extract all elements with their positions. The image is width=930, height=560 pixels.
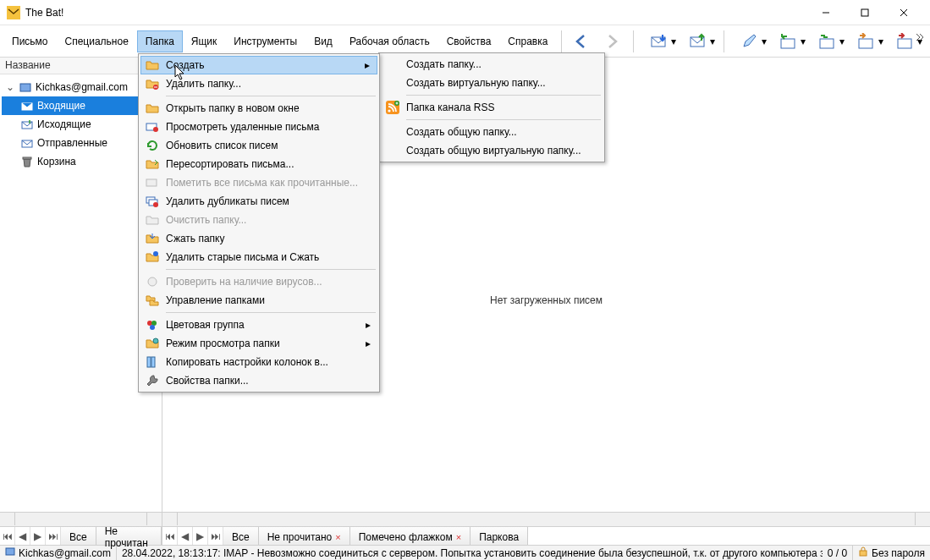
- close-button[interactable]: [884, 0, 923, 25]
- menu-resort[interactable]: Пересортировать письма...: [140, 155, 377, 173]
- color-icon: [144, 318, 161, 332]
- menu-folder-props[interactable]: Свойства папки...: [140, 371, 377, 390]
- mark-read-icon: [144, 176, 161, 189]
- virus-icon: [144, 275, 161, 288]
- toolbar: ▾ ▾ ▾ ▾ ▾ ▾ ▾: [567, 29, 924, 54]
- submenu-shared-virt[interactable]: Создать общую виртуальную папку...: [381, 141, 603, 160]
- svg-point-24: [153, 251, 158, 256]
- svg-rect-15: [23, 157, 31, 159]
- get-mail-button[interactable]: ▾: [641, 29, 678, 54]
- menu-manage[interactable]: Управление папками: [140, 291, 377, 310]
- reply-all-button[interactable]: ▾: [809, 29, 846, 54]
- svg-rect-9: [859, 39, 872, 48]
- right-tab-flagged[interactable]: Помечено флажком×: [350, 527, 471, 545]
- tab-last[interactable]: ⏭: [46, 527, 61, 545]
- folder-dropdown: Создать ▸ Удалить папку... Открыть папку…: [138, 53, 380, 393]
- menu-open-new-window[interactable]: Открыть папку в новом окне: [140, 99, 377, 118]
- folder-icon: [384, 76, 401, 90]
- menu-delete-folder[interactable]: Удалить папку...: [140, 74, 377, 93]
- folder-icon: [20, 118, 34, 131]
- send-mail-button[interactable]: ▾: [680, 29, 717, 54]
- tab-close-icon[interactable]: ×: [335, 532, 340, 542]
- status-account[interactable]: Kichkas@gmail.com: [0, 546, 117, 560]
- menu-create[interactable]: Создать ▸: [140, 56, 377, 74]
- forward-button[interactable]: ▾: [848, 29, 885, 54]
- left-tab-unread[interactable]: Не прочитан: [96, 527, 162, 545]
- folder-delete-icon: [144, 77, 161, 91]
- tab-close-icon[interactable]: ×: [456, 532, 461, 542]
- tree-sent[interactable]: Отправленные: [2, 134, 160, 152]
- right-tab-unread[interactable]: Не прочитано×: [259, 527, 350, 545]
- menu-folder[interactable]: Папка: [137, 30, 183, 52]
- tab-first[interactable]: ⏮: [0, 527, 15, 545]
- tree-label: Отправленные: [37, 137, 107, 149]
- view-deleted-icon: [144, 120, 161, 134]
- wrench-icon: [144, 374, 161, 387]
- tab-prev[interactable]: ◀: [15, 527, 30, 545]
- compose-button[interactable]: ▾: [731, 29, 768, 54]
- chevron-down-icon: ▾: [801, 36, 806, 47]
- chevron-down-icon: ▾: [878, 36, 883, 47]
- menu-copycols[interactable]: Копировать настройки колонок в...: [140, 353, 377, 371]
- maximize-button[interactable]: [845, 0, 884, 25]
- submenu-arrow-icon: ▸: [366, 319, 371, 331]
- purge-icon: [144, 250, 161, 264]
- submenu-shared[interactable]: Создать общую папку...: [381, 123, 603, 141]
- menu-viewmode[interactable]: Режим просмотра папки ▸: [140, 334, 377, 353]
- tab-first[interactable]: ⏮: [162, 527, 178, 545]
- menu-props[interactable]: Свойства: [438, 30, 500, 52]
- menu-view-deleted[interactable]: Просмотреть удаленные письма: [140, 118, 377, 136]
- menu-mailbox[interactable]: Ящик: [183, 30, 226, 52]
- svg-point-25: [148, 277, 157, 286]
- chevron-down-icon: ▾: [839, 36, 845, 47]
- menu-special[interactable]: Специальное: [57, 30, 137, 52]
- tab-strip: ⏮ ◀ ▶ ⏭ Все Не прочитан ⏮ ◀ ▶ ⏭ Все Не п…: [0, 526, 930, 545]
- menu-refresh[interactable]: Обновить список писем: [140, 136, 377, 155]
- status-log: 28.04.2022, 18:13:17: IMAP - Невозможно …: [117, 547, 823, 559]
- submenu-rss[interactable]: Папка канала RSS: [381, 98, 603, 117]
- tab-next[interactable]: ▶: [30, 527, 46, 545]
- tree-hscroll[interactable]: [0, 512, 162, 526]
- submenu-arrow-icon: ▸: [365, 59, 370, 71]
- content-hscroll[interactable]: [162, 512, 930, 526]
- minimize-button[interactable]: [806, 0, 845, 25]
- menu-virus: Проверить на наличие вирусов...: [140, 272, 377, 291]
- submenu-new-folder[interactable]: Создать папку...: [381, 55, 603, 74]
- manage-folders-icon: [144, 294, 161, 307]
- menu-color[interactable]: Цветовая группа ▸: [140, 316, 377, 334]
- statusbar: Kichkas@gmail.com 28.04.2022, 18:13:17: …: [0, 545, 930, 560]
- tree-account[interactable]: ⌄ Kichkas@gmail.com: [2, 78, 160, 96]
- menu-workspace[interactable]: Рабочая область: [341, 30, 438, 52]
- svg-rect-0: [7, 6, 20, 19]
- menu-compress[interactable]: Сжать папку: [140, 229, 377, 248]
- folder-icon: [384, 125, 401, 139]
- right-tab-parked[interactable]: Паркова: [471, 527, 528, 545]
- tab-prev[interactable]: ◀: [178, 527, 193, 545]
- tree-outbox[interactable]: Исходящие: [2, 115, 160, 134]
- reply-button[interactable]: ▾: [770, 29, 807, 54]
- menu-del-old[interactable]: Удалить старые письма и Сжать: [140, 248, 377, 266]
- collapse-icon[interactable]: ⌄: [5, 81, 15, 93]
- rss-icon: [384, 101, 401, 114]
- trash-icon: [20, 155, 34, 168]
- tree-trash[interactable]: Корзина: [2, 152, 160, 171]
- tree-inbox[interactable]: Входящие: [2, 96, 160, 115]
- toolbar-overflow-icon[interactable]: [915, 32, 925, 45]
- menu-letter[interactable]: Письмо: [3, 30, 57, 52]
- tab-last[interactable]: ⏭: [208, 527, 223, 545]
- menu-help[interactable]: Справка: [499, 30, 556, 52]
- left-tab-all[interactable]: Все: [61, 527, 96, 545]
- status-lock[interactable]: Без пароля: [853, 546, 930, 560]
- folder-icon: [384, 58, 401, 71]
- compress-icon: [144, 232, 161, 245]
- window-title: The Bat!: [25, 7, 806, 19]
- svg-rect-10: [898, 39, 911, 48]
- submenu-virt-folder[interactable]: Создать виртуальную папку...: [381, 74, 603, 92]
- menu-del-dup[interactable]: Удалить дубликаты писем: [140, 192, 377, 211]
- menu-view[interactable]: Вид: [305, 30, 341, 52]
- tab-next[interactable]: ▶: [193, 527, 208, 545]
- nav-forward-button[interactable]: [597, 29, 626, 54]
- right-tab-all[interactable]: Все: [223, 527, 259, 545]
- nav-back-button[interactable]: [567, 29, 596, 54]
- menu-tools[interactable]: Инструменты: [225, 30, 305, 52]
